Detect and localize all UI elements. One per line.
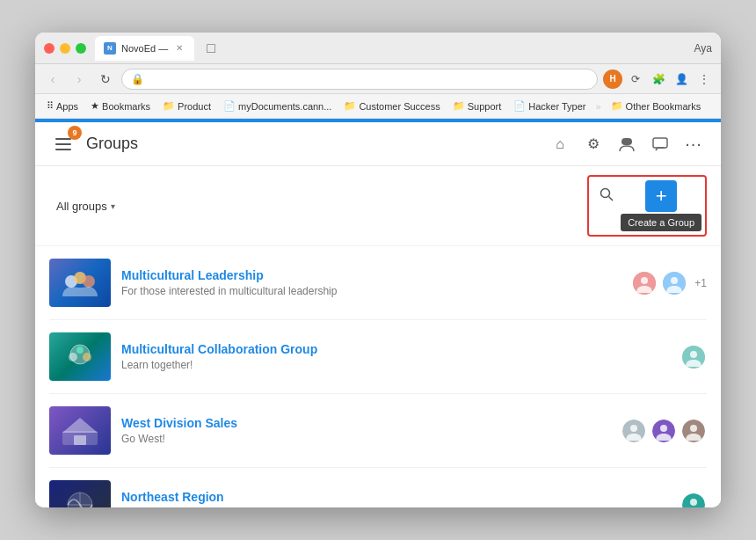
more-options-button[interactable]: ⋮	[694, 69, 714, 89]
create-group-tooltip: Create a Group	[621, 214, 701, 231]
group-description: Go West!	[121, 433, 610, 445]
bookmark-mydocs[interactable]: 📄 myDocuments.cann...	[219, 99, 336, 113]
group-info: Northeast Region Regional list	[121, 490, 670, 507]
more-icon-button[interactable]: ···	[680, 131, 707, 157]
bookmark-label: Other Bookmarks	[626, 101, 701, 112]
member-avatar	[631, 270, 658, 296]
svg-point-23	[660, 425, 667, 432]
svg-point-14	[76, 347, 84, 354]
back-button[interactable]: ‹	[42, 69, 63, 90]
bookmark-label: Support	[468, 101, 502, 112]
create-group-area: + Create a Group	[621, 180, 701, 231]
member-avatar	[651, 418, 677, 444]
star-icon: ★	[91, 100, 99, 112]
group-description: For those interested in multicultural le…	[121, 285, 621, 297]
nav-icons-right: H ⟳ 🧩 👤 ⋮	[603, 69, 714, 89]
app-header: 9 Groups ⌂ ⚙ ···	[35, 122, 721, 166]
bookmark-label: Product	[178, 101, 211, 112]
all-groups-dropdown[interactable]: All groups ▾	[49, 196, 122, 216]
tab-area: N NovoEd — ✕ □	[95, 36, 694, 61]
close-button[interactable]	[44, 43, 55, 54]
doc-icon: 📄	[223, 100, 236, 112]
folder-icon-4: 📁	[611, 100, 623, 112]
group-name[interactable]: Multicultural Leadership	[121, 268, 621, 282]
bookmark-hacker-typer[interactable]: 📄 Hacker Typer	[509, 99, 590, 113]
thumb-image	[49, 332, 111, 381]
folder-icon: 📁	[163, 100, 175, 112]
svg-point-8	[641, 277, 648, 284]
bookmark-other[interactable]: 📁 Other Bookmarks	[607, 99, 706, 113]
tab-close-button[interactable]: ✕	[173, 42, 185, 55]
create-group-button[interactable]: +	[645, 180, 677, 212]
member-count: +1	[694, 277, 707, 289]
folder-icon-3: 📁	[453, 100, 465, 112]
group-members	[621, 418, 707, 444]
traffic-lights	[44, 43, 86, 54]
chat-icon-button[interactable]	[647, 131, 673, 157]
refresh-button[interactable]: ↻	[95, 69, 116, 90]
svg-point-25	[690, 425, 697, 432]
toolbar-row: All groups ▾ + Create a Gr	[35, 166, 721, 246]
group-description: Regional list	[121, 507, 670, 507]
svg-line-3	[609, 197, 614, 201]
member-avatar	[680, 492, 707, 508]
bookmark-separator: »	[595, 101, 600, 112]
right-actions-panel: + Create a Group	[587, 175, 707, 237]
all-groups-label: All groups	[56, 200, 107, 213]
group-info: Multicultural Collaboration Group Learn …	[121, 342, 670, 371]
group-members	[680, 344, 707, 370]
bookmark-apps[interactable]: ⠿ Apps	[42, 99, 83, 113]
group-name[interactable]: West Division Sales	[121, 416, 610, 430]
group-thumbnail	[49, 259, 111, 307]
svg-point-16	[690, 351, 697, 358]
member-avatar	[680, 344, 707, 370]
svg-marker-18	[62, 418, 98, 433]
group-thumbnail	[49, 480, 111, 507]
group-name[interactable]: Northeast Region	[121, 490, 670, 504]
hamburger-line-1	[55, 138, 71, 140]
group-info: West Division Sales Go West!	[121, 416, 610, 445]
extension-icon-3[interactable]: 🧩	[649, 69, 668, 89]
user-name: Aya	[694, 42, 712, 55]
bookmark-label: Bookmarks	[102, 101, 150, 112]
group-name[interactable]: Multicultural Collaboration Group	[121, 342, 670, 356]
forward-button[interactable]: ›	[69, 69, 90, 90]
group-members	[680, 492, 707, 508]
home-icon-button[interactable]: ⌂	[547, 131, 573, 157]
address-bar[interactable]: 🔒	[121, 69, 598, 90]
group-row: Multicultural Leadership For those inter…	[49, 246, 707, 320]
group-thumbnail	[49, 406, 111, 455]
main-area: All groups ▾ + Create a Gr	[35, 166, 721, 507]
bookmark-label: myDocuments.cann...	[238, 101, 331, 112]
active-tab[interactable]: N NovoEd — ✕	[95, 36, 194, 61]
bookmark-product[interactable]: 📁 Product	[158, 99, 215, 113]
group-description: Learn together!	[121, 359, 670, 371]
tab-title: NovoEd —	[121, 43, 168, 54]
tab-favicon: N	[104, 42, 116, 55]
bookmark-label: Customer Success	[359, 101, 440, 112]
svg-rect-19	[74, 435, 86, 445]
search-button[interactable]	[592, 180, 621, 208]
minimize-button[interactable]	[60, 43, 70, 54]
extension-icon-2[interactable]: ⟳	[626, 69, 645, 89]
bookmark-customer-success[interactable]: 📁 Customer Success	[339, 99, 444, 113]
new-tab-button[interactable]: □	[200, 37, 222, 60]
svg-point-28	[690, 499, 697, 506]
extension-icon-4[interactable]: 👤	[672, 69, 691, 89]
settings-icon-button[interactable]: ⚙	[580, 131, 607, 157]
hamburger-menu-button[interactable]: 9	[49, 130, 77, 158]
thumb-image	[49, 406, 111, 455]
bookmark-bookmarks[interactable]: ★ Bookmarks	[86, 99, 155, 113]
maximize-button[interactable]	[76, 43, 86, 54]
group-row: Multicultural Collaboration Group Learn …	[49, 320, 707, 394]
group-info: Multicultural Leadership For those inter…	[121, 268, 621, 297]
bookmark-label: Hacker Typer	[528, 101, 585, 112]
thumb-image	[49, 480, 111, 507]
profile-icon-button[interactable]	[614, 131, 640, 157]
member-avatar	[621, 418, 647, 444]
extension-icon-1[interactable]: H	[603, 69, 622, 89]
bookmark-support[interactable]: 📁 Support	[448, 99, 506, 113]
member-avatar	[661, 270, 687, 296]
title-bar: N NovoEd — ✕ □ Aya	[35, 33, 721, 64]
svg-point-6	[83, 275, 95, 288]
